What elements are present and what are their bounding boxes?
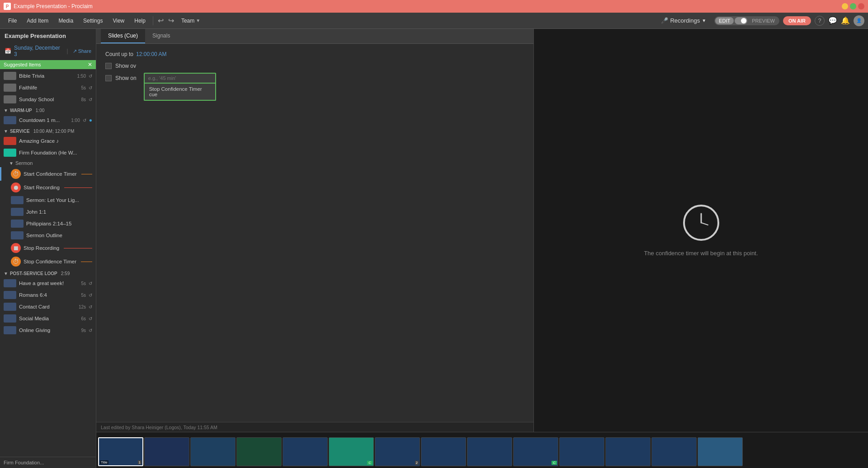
- list-item[interactable]: Faithlife 5s ↺: [0, 82, 96, 94]
- refresh-icon[interactable]: ↺: [89, 74, 92, 79]
- list-item[interactable]: Sermon Outline: [0, 229, 96, 241]
- menubar: File Add Item Media Settings View Help ↩…: [0, 13, 868, 29]
- menu-add-item[interactable]: Add Item: [22, 16, 53, 26]
- thumbnail-slide[interactable]: [236, 437, 282, 466]
- share-button[interactable]: ↗ Share: [73, 48, 91, 54]
- cue-line: [64, 248, 92, 248]
- thumbnail-slide[interactable]: [144, 437, 189, 466]
- window-controls[interactable]: [842, 3, 864, 9]
- thumbnail-slide[interactable]: [605, 437, 651, 466]
- item-label: Stop Recording: [24, 245, 59, 251]
- menu-settings[interactable]: Settings: [79, 16, 107, 26]
- on-air-button[interactable]: ON AIR: [783, 16, 811, 25]
- avatar[interactable]: 👤: [854, 15, 864, 26]
- section-duration: 2:59: [61, 271, 70, 276]
- minimize-button[interactable]: [842, 3, 848, 9]
- thumb-label: Title: [100, 460, 108, 464]
- list-item[interactable]: John 1:1: [0, 206, 96, 218]
- item-thumbnail: [4, 326, 16, 334]
- list-item[interactable]: ⏹ Stop Recording: [0, 241, 96, 255]
- list-item[interactable]: Philippians 2:14–15: [0, 218, 96, 229]
- nav-icons: ? 💬 🔔 👤: [815, 15, 864, 26]
- refresh-icon[interactable]: ↺: [89, 328, 92, 333]
- show-on-checkbox[interactable]: [105, 75, 112, 81]
- menu-media[interactable]: Media: [54, 16, 78, 26]
- thumbnail-slide[interactable]: C: [329, 437, 374, 466]
- refresh-icon[interactable]: ↺: [89, 85, 92, 90]
- menu-view[interactable]: View: [108, 16, 129, 26]
- thumbnail-slide[interactable]: 2: [375, 437, 420, 466]
- thumbnail-slide[interactable]: [559, 437, 604, 466]
- thumbnail-slide[interactable]: [698, 437, 743, 466]
- show-on-row: Show on Stop Confidence Timer cue: [105, 73, 524, 84]
- sidebar: Example Presentation 📅 Sunday, December …: [0, 29, 96, 468]
- list-item[interactable]: ⏱ Stop Confidence Timer: [0, 255, 96, 268]
- bell-icon[interactable]: 🔔: [841, 16, 850, 25]
- suggested-label: Suggested Items: [4, 62, 41, 67]
- thumbnail-slide[interactable]: [651, 437, 697, 466]
- list-item[interactable]: Contact Card 12s ↺: [0, 301, 96, 313]
- play-icon[interactable]: ●: [89, 117, 92, 123]
- edit-preview-toggle[interactable]: EDIT PREVIEW: [714, 16, 779, 25]
- list-item[interactable]: Sermon: Let Your Lig...: [0, 194, 96, 206]
- thumbnail-slide[interactable]: Title 1: [98, 437, 143, 466]
- refresh-icon[interactable]: ↺: [89, 293, 92, 298]
- item-label: Social Media: [19, 316, 78, 321]
- refresh-icon[interactable]: ↺: [89, 97, 92, 102]
- suggested-close-button[interactable]: ✕: [88, 61, 92, 68]
- sermon-collapse-icon[interactable]: ▼: [9, 161, 14, 166]
- tab-slides-cue[interactable]: Slides (Cue): [101, 29, 145, 43]
- item-label: Bible Trivia: [19, 73, 75, 79]
- thumbnail-slide[interactable]: [421, 437, 466, 466]
- list-item[interactable]: Social Media 6s ↺: [0, 313, 96, 324]
- list-item[interactable]: Have a great week! 5s ↺: [0, 277, 96, 289]
- refresh-icon[interactable]: ↺: [89, 316, 92, 321]
- thumbnail-slide[interactable]: C: [513, 437, 558, 466]
- active-indicator: [0, 167, 1, 181]
- list-item[interactable]: Bible Trivia 1:50 ↺: [0, 70, 96, 82]
- close-button[interactable]: [858, 3, 864, 9]
- timer-input[interactable]: [144, 73, 216, 84]
- recordings-button[interactable]: 🎤 Recordings ▼: [656, 15, 711, 26]
- recordings-label: Recordings: [670, 17, 700, 24]
- thumbnail-slide[interactable]: [467, 437, 512, 466]
- item-label: Sermon: Let Your Lig...: [26, 197, 79, 203]
- preview-label[interactable]: PREVIEW: [748, 17, 778, 24]
- redo-button[interactable]: ↪: [166, 15, 176, 26]
- chat-icon[interactable]: 💬: [828, 16, 837, 25]
- post-service-collapse-icon[interactable]: ▼: [4, 271, 8, 276]
- list-item[interactable]: Online Giving 9s ↺: [0, 324, 96, 336]
- refresh-icon[interactable]: ↺: [89, 304, 92, 309]
- menu-help[interactable]: Help: [130, 16, 150, 26]
- maximize-button[interactable]: [850, 3, 856, 9]
- undo-button[interactable]: ↩: [156, 15, 165, 26]
- show-overlay-label: Show ov: [115, 63, 136, 69]
- list-item[interactable]: Countdown 1 m... 1:00 ↺ ●: [0, 114, 96, 126]
- tabs-bar: Slides (Cue) Signals: [96, 29, 533, 44]
- list-item[interactable]: Sunday School 8s ↺: [0, 94, 96, 105]
- refresh-icon[interactable]: ↺: [89, 281, 92, 286]
- sermon-section-header[interactable]: ▼ Sermon: [0, 159, 96, 167]
- warmup-collapse-icon[interactable]: ▼: [4, 108, 8, 113]
- thumbnail-slide[interactable]: [190, 437, 236, 466]
- thumbnail-slide[interactable]: [283, 437, 328, 466]
- list-item[interactable]: Romans 6:4 5s ↺: [0, 289, 96, 301]
- list-item[interactable]: Firm Foundation (He W...: [0, 147, 96, 159]
- dropdown-option-stop-confidence[interactable]: Stop Confidence Timer cue: [145, 84, 215, 100]
- show-overlay-checkbox[interactable]: [105, 63, 112, 69]
- sidebar-footer: Firm Foundation...: [0, 457, 96, 468]
- menu-file[interactable]: File: [4, 16, 21, 26]
- tab-signals[interactable]: Signals: [145, 29, 177, 43]
- service-collapse-icon[interactable]: ▼: [4, 129, 8, 134]
- menu-team[interactable]: Team ▼: [177, 16, 205, 26]
- item-label: Have a great week!: [19, 281, 78, 286]
- edit-label[interactable]: EDIT: [715, 17, 734, 24]
- list-item[interactable]: ⏺ Start Recording: [0, 181, 96, 194]
- list-item[interactable]: ⏱ Start Confidence Timer: [0, 167, 96, 181]
- question-icon[interactable]: ?: [815, 16, 825, 26]
- stop-confidence-icon: ⏱: [11, 257, 21, 267]
- list-item[interactable]: Amazing Grace ♪: [0, 135, 96, 147]
- refresh-icon[interactable]: ↺: [83, 118, 86, 123]
- date-display[interactable]: Sunday, December 3: [14, 45, 62, 57]
- preview-clock: [683, 205, 719, 241]
